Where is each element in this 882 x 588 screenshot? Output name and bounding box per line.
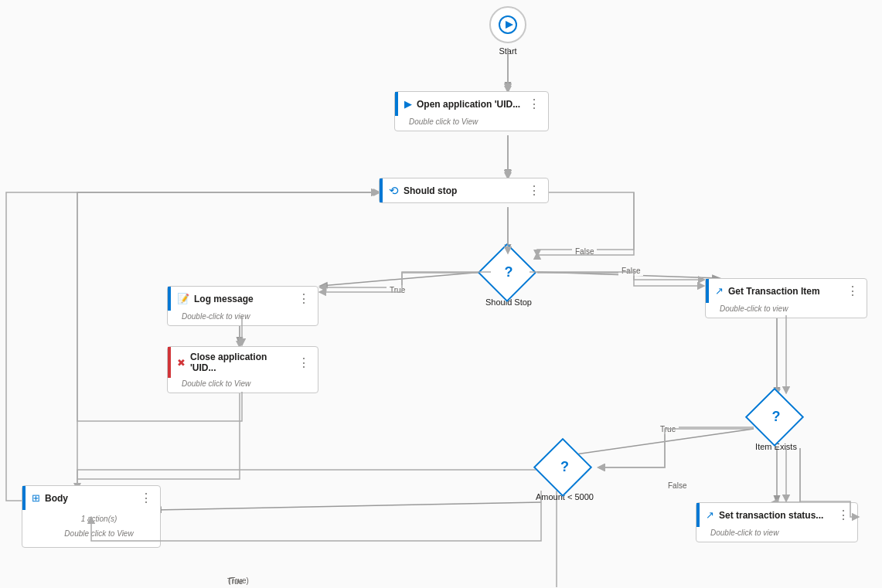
open-app-title: Open application 'UID... [417,99,522,110]
body-node[interactable]: ⊞ Body ⋮ 1 action(s) Double click to Vie… [22,485,161,548]
get-transaction-title: Get Transaction Item [728,286,840,297]
amount-diamond-node[interactable]: ? Amount < 5000 [536,444,594,501]
play-icon-small: ▶ [404,98,412,110]
set-transaction-title: Set transaction status... [719,510,831,521]
get-transaction-menu[interactable]: ⋮ [845,284,860,298]
body-title: Body [45,493,134,504]
false-label-2: False [618,263,643,277]
svg-marker-13 [506,21,513,29]
start-node[interactable]: Start [489,6,526,56]
close-app-header: ✖ Close application 'UID... ⋮ [168,347,318,378]
open-app-menu[interactable]: ⋮ [526,97,542,111]
body-menu[interactable]: ⋮ [138,491,154,505]
close-app-menu[interactable]: ⋮ [296,355,312,370]
set-transaction-menu[interactable]: ⋮ [836,508,851,522]
open-app-header: ▶ Open application 'UID... ⋮ [395,92,548,116]
true-label-2: True [657,421,679,435]
body-subtitle1: 1 action(s) [36,513,154,528]
item-exists-diamond-node[interactable]: ? Item Exists [754,394,799,451]
loop-icon: ⟲ [389,184,399,198]
log-message-title: Log message [194,294,291,304]
open-app-subtitle: Double click to View [395,116,548,131]
log-message-node[interactable]: 📝 Log message ⋮ Double-click to view [167,286,318,326]
log-icon: 📝 [177,293,189,304]
open-application-node[interactable]: ▶ Open application 'UID... ⋮ Double clic… [394,91,549,131]
start-circle [489,6,526,43]
set-transaction-node[interactable]: ↗ Set transaction status... ⋮ Double-cli… [696,502,858,542]
should-stop-loop-header: ⟲ Should stop ⋮ [380,178,548,202]
get-icon: ↗ [715,285,724,297]
close-app-subtitle: Double click to View [168,378,318,393]
log-message-subtitle: Double-click to view [168,311,318,325]
false-label-1: False [572,243,597,257]
close-application-node[interactable]: ✖ Close application 'UID... ⋮ Double cli… [167,346,318,393]
close-icon: ✖ [177,357,186,369]
body-icon: ⊞ [32,492,40,504]
true-label-1: True [387,282,408,296]
should-stop-loop-menu[interactable]: ⋮ [526,183,542,198]
get-transaction-subtitle: Double-click to view [706,303,867,318]
set-transaction-header: ↗ Set transaction status... ⋮ [696,503,857,527]
start-label: Start [499,46,516,56]
log-message-header: 📝 Log message ⋮ [168,287,318,311]
flow-canvas: Start ▶ Open application 'UID... ⋮ Doubl… [0,0,882,588]
body-header: ⊞ Body ⋮ [22,486,160,510]
set-transaction-subtitle: Double-click to view [696,527,857,542]
svg-line-9 [155,502,541,510]
get-transaction-header: ↗ Get Transaction Item ⋮ [706,279,867,303]
log-message-menu[interactable]: ⋮ [296,291,312,306]
set-icon: ↗ [706,509,714,521]
play-icon [499,15,517,34]
should-stop-diamond-node[interactable]: ? Should Stop [485,250,532,307]
get-transaction-node[interactable]: ↗ Get Transaction Item ⋮ Double-click to… [705,278,867,318]
body-subtitle2: Double click to View [36,528,154,542]
true-label-3: True [224,573,246,587]
should-stop-loop-title: Should stop [404,185,522,196]
close-app-title: Close application 'UID... [190,352,291,373]
should-stop-loop-node[interactable]: ⟲ Should stop ⋮ [379,178,549,203]
false-label-3: False [665,478,690,491]
